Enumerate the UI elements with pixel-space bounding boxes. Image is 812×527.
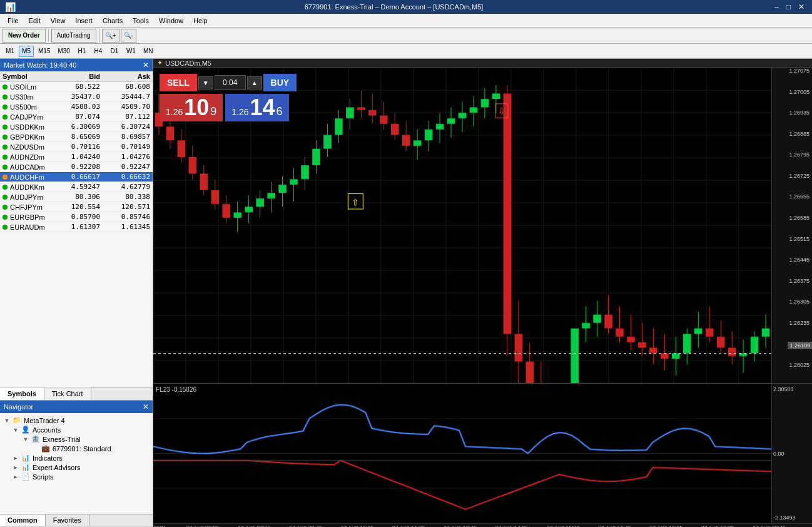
tab-symbols[interactable]: Symbols xyxy=(0,387,44,400)
symbol-dot xyxy=(3,215,8,220)
time-label: 27 Aug 12:45 xyxy=(444,524,477,527)
menu-item-tools[interactable]: Tools xyxy=(128,16,154,26)
price-down-arrow[interactable]: ▼ xyxy=(198,76,213,90)
menu-item-window[interactable]: Window xyxy=(154,16,188,26)
market-watch-row[interactable]: US30m 35437.0 35444.7 xyxy=(0,92,153,102)
menu-item-help[interactable]: Help xyxy=(188,16,213,26)
toolbar-sep xyxy=(48,29,49,42)
navigator-close[interactable]: ✕ xyxy=(143,402,149,411)
market-watch-row[interactable]: USOILm 68.522 68.608 xyxy=(0,82,153,92)
tf-btn-mn[interactable]: MN xyxy=(140,46,156,57)
menu-item-file[interactable]: File xyxy=(3,16,24,26)
broker-icon: 🏦 xyxy=(31,435,40,443)
symbol-name: CHFJPYm xyxy=(3,203,50,211)
nav-broker[interactable]: ▼ 🏦 Exness-Trial xyxy=(3,434,150,444)
toolbar-sep xyxy=(99,29,99,42)
nav-expert-advisors[interactable]: ► 📊 Expert Advisors xyxy=(3,463,150,472)
col-bid: Bid xyxy=(50,73,100,80)
menu-item-charts[interactable]: Charts xyxy=(98,16,128,26)
tab-common[interactable]: Common xyxy=(0,514,46,526)
ea-icon: 📊 xyxy=(21,463,30,471)
market-watch-row[interactable]: AUDJPYm 80.306 80.338 xyxy=(0,192,153,202)
market-watch-row[interactable]: AUDCHFm 0.66617 0.66632 xyxy=(0,172,153,182)
symbol-dot xyxy=(3,145,8,150)
symbol-name: AUDDKKm xyxy=(3,183,50,191)
menu-item-edit[interactable]: Edit xyxy=(24,16,46,26)
left-panel: Market Watch: 19:40:40 ✕ Symbol Bid Ask … xyxy=(0,59,153,526)
market-watch-row[interactable]: AUDDKKm 4.59247 4.62779 xyxy=(0,182,153,192)
new-chart-btn[interactable]: New Order xyxy=(3,29,46,43)
symbol-bid: 4.59247 xyxy=(50,183,100,191)
tab-tick-chart[interactable]: Tick Chart xyxy=(44,387,91,400)
symbol-dot xyxy=(3,84,8,90)
indicator-chart-canvas[interactable] xyxy=(153,384,771,524)
indicator-chart-section: FL23 -0.15826 2.30503 0.00 -2.13493 xyxy=(153,383,812,524)
nav-scripts[interactable]: ► 📄 Scripts xyxy=(3,472,150,481)
symbol-bid: 80.306 xyxy=(50,193,100,201)
symbol-dot xyxy=(3,185,8,190)
buy-price-sup: 6 xyxy=(277,105,283,118)
tf-btn-h4[interactable]: H4 xyxy=(91,46,106,57)
tf-btn-m30[interactable]: M30 xyxy=(54,46,73,57)
zoom-out-btn[interactable]: 🔍- xyxy=(121,29,136,43)
indicator-y-axis: 2.30503 0.00 -2.13493 xyxy=(771,384,812,524)
expand-icon: ▼ xyxy=(23,436,29,443)
nav-account-item[interactable]: 💼 6779901: Standard xyxy=(3,444,150,453)
sell-price-prefix: 1.26 xyxy=(166,107,183,117)
maximize-button[interactable]: □ xyxy=(784,3,793,11)
market-watch-row[interactable]: GBPDKKm 8.65069 8.69857 xyxy=(0,132,153,142)
symbol-ask: 8.69857 xyxy=(100,133,150,141)
tf-btn-m15[interactable]: M15 xyxy=(35,46,53,57)
symbol-name: AUDJPYm xyxy=(3,193,50,201)
market-watch-row[interactable]: CADJPYm 87.074 87.112 xyxy=(0,112,153,122)
symbol-dot xyxy=(3,165,8,170)
menu-item-view[interactable]: View xyxy=(46,16,71,26)
sell-price-big: 10 xyxy=(184,96,209,119)
tf-btn-h1[interactable]: H1 xyxy=(74,46,89,57)
indicator-y-top: 2.30503 xyxy=(773,386,811,392)
price-up-arrow[interactable]: ▲ xyxy=(247,76,262,90)
close-button[interactable]: ✕ xyxy=(796,3,807,11)
zoom-in-btn[interactable]: 🔍+ xyxy=(102,29,119,43)
symbol-dot xyxy=(3,95,8,100)
market-watch-column-headers: Symbol Bid Ask xyxy=(0,71,153,82)
buy-price-prefix: 1.26 xyxy=(231,107,248,117)
nav-metatrader-root[interactable]: ▼ 📁 MetaTrader 4 xyxy=(3,416,150,425)
tf-btn-m5[interactable]: M5 xyxy=(19,46,34,57)
tf-btn-m1[interactable]: M1 xyxy=(3,46,18,57)
price-tick: 1.26935 xyxy=(789,110,809,116)
symbol-name: AUDNZDm xyxy=(3,153,50,161)
tab-favorites[interactable]: Favorites xyxy=(46,514,89,526)
market-watch-row[interactable]: NZDUSDm 0.70116 0.70149 xyxy=(0,142,153,152)
nav-indicators[interactable]: ► 📊 Indicators xyxy=(3,453,150,463)
buy-button[interactable]: BUY xyxy=(263,74,297,91)
auto-trading-btn[interactable]: AutoTrading xyxy=(51,29,96,43)
symbol-bid: 0.70116 xyxy=(50,143,100,151)
market-watch-close[interactable]: ✕ xyxy=(143,61,149,69)
sell-button[interactable]: SELL xyxy=(160,74,197,91)
trade-buttons-row: SELL ▼ ▲ BUY xyxy=(160,74,297,91)
current-price-label: 1.26109 xyxy=(788,342,812,349)
symbol-ask: 0.66632 xyxy=(100,173,150,181)
nav-accounts[interactable]: ▼ 👤 Accounts xyxy=(3,425,150,434)
tf-btn-w1[interactable]: W1 xyxy=(123,46,139,57)
market-watch-row[interactable]: AUDNZDm 1.04240 1.04276 xyxy=(0,152,153,162)
market-watch-row[interactable]: USDDKKm 6.30069 6.30724 xyxy=(0,122,153,132)
minimize-button[interactable]: – xyxy=(772,3,781,11)
trade-panel: SELL ▼ ▲ BUY 1.26 10 9 1.26 xyxy=(160,74,297,121)
market-watch-row[interactable]: EURAUDm 1.61307 1.61345 xyxy=(0,222,153,232)
account-icon: 💼 xyxy=(41,444,50,453)
market-watch-row[interactable]: AUDCADm 0.92208 0.92247 xyxy=(0,162,153,172)
market-watch-row[interactable]: CHFJPYm 120.554 120.571 xyxy=(0,202,153,212)
symbol-name: EURGBPm xyxy=(3,213,50,221)
lot-size-input[interactable] xyxy=(215,75,246,90)
time-label: 27 Aug 19:25 xyxy=(701,524,734,527)
symbol-ask: 80.338 xyxy=(100,193,150,201)
tf-btn-d1[interactable]: D1 xyxy=(107,46,122,57)
menu-item-insert[interactable]: Insert xyxy=(70,16,98,26)
market-watch-row[interactable]: EURGBPm 0.85700 0.85746 xyxy=(0,212,153,222)
market-watch-row[interactable]: US500m 4508.03 4509.70 xyxy=(0,102,153,112)
time-label: 27 Aug 06:05 xyxy=(186,524,219,527)
symbol-ask: 68.608 xyxy=(100,83,150,91)
time-label: 27 Aug 18:05 xyxy=(649,524,683,527)
